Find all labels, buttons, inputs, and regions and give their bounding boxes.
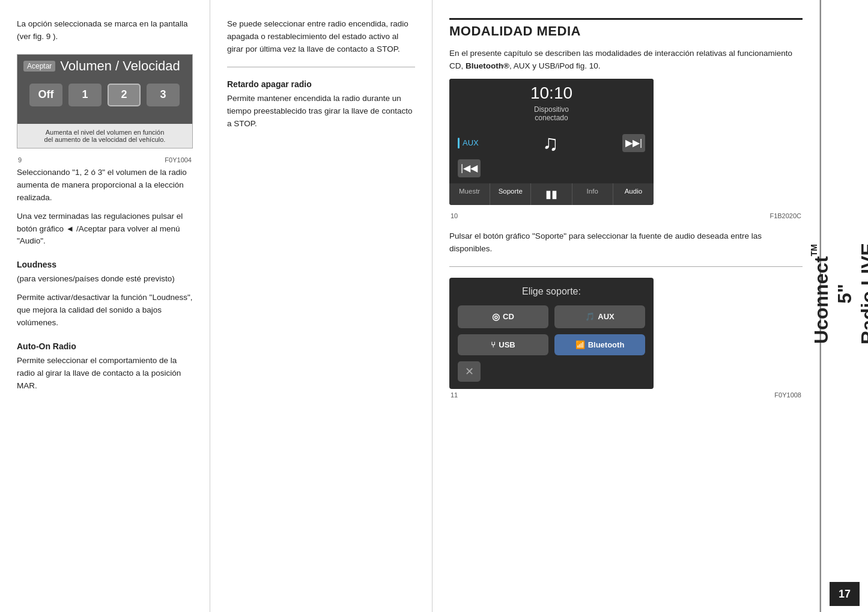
muestra-btn[interactable]: Muestr <box>449 183 490 205</box>
fig9-num: 9 <box>18 156 22 164</box>
loudness-body: Permite activar/desactivar la función "L… <box>17 292 193 329</box>
fig11-num: 11 <box>451 391 458 399</box>
loudness-sub: (para versiones/países donde esté previs… <box>17 273 193 286</box>
column-3: MODALIDAD MEDIA En el presente capítulo … <box>432 0 820 612</box>
cd-btn[interactable]: ◎ CD <box>458 305 548 328</box>
speed-buttons: Off 1 2 3 <box>29 84 180 106</box>
retardo-body: Permite mantener encendida la radio dura… <box>227 93 415 130</box>
auto-on-heading: Auto-On Radio <box>17 341 193 351</box>
info-btn[interactable]: Info <box>572 183 613 205</box>
usb-btn[interactable]: ⑂ USB <box>458 334 548 355</box>
aux-label: AUX <box>458 138 479 148</box>
radio-screen-fig10: 10:10 Dispositivo conectado AUX ♫ ▶▶| |◀… <box>449 79 654 205</box>
col1-intro: La opción seleccionada se marca en la pa… <box>17 18 193 43</box>
aux-icon: 🎵 <box>585 312 595 321</box>
bluetooth-btn[interactable]: 📶 Bluetooth <box>554 334 645 355</box>
sidebar-5inch: 5" <box>834 284 855 304</box>
soporte-btn[interactable]: Soporte <box>490 183 531 205</box>
fig11-code: F0Y1008 <box>774 391 801 399</box>
radio-nav-row: |◀◀ <box>449 159 654 183</box>
fig10-footer: 10 F1B2020C <box>449 210 803 222</box>
pause-btn[interactable]: ▮▮ <box>531 183 572 205</box>
fig9-code: F0Y1004 <box>165 156 192 164</box>
section-title: MODALIDAD MEDIA <box>449 18 803 39</box>
radio-device: Dispositivo conectado <box>449 104 654 127</box>
column-2: Se puede seleccionar entre radio encendi… <box>210 0 432 612</box>
sidebar-title: UconnectTM 5" Radio LIVE <box>810 6 868 582</box>
right-sidebar: UconnectTM 5" Radio LIVE 17 <box>820 0 868 612</box>
speed-off[interactable]: Off <box>29 84 62 106</box>
speed-2[interactable]: 2 <box>108 84 141 106</box>
pause-icon: ▮▮ <box>545 188 557 201</box>
sidebar-radio-live: Radio LIVE <box>858 243 868 345</box>
support-buttons-row2: ⑂ USB 📶 Bluetooth <box>458 334 645 355</box>
support-buttons-usb-bt: ⑂ USB 📶 Bluetooth <box>458 334 645 355</box>
aux-bar <box>458 138 460 148</box>
fig11-footer: 11 F0Y1008 <box>449 389 803 401</box>
col3-divider <box>449 266 803 267</box>
skip-forward-btn[interactable]: ▶▶| <box>622 134 645 152</box>
sidebar-uconnect: UconnectTM <box>810 244 832 344</box>
col2-body1: Se puede seleccionar entre radio encendi… <box>227 18 415 56</box>
fig10-num: 10 <box>451 212 458 219</box>
music-note-icon: ♫ <box>485 130 616 156</box>
cancel-btn[interactable]: ✕ <box>458 361 481 382</box>
col1-body2: Una vez terminadas las regulaciones puls… <box>17 210 193 248</box>
page-number: 17 <box>830 582 860 606</box>
radio-mid: AUX ♫ ▶▶| <box>449 127 654 159</box>
cd-icon: ◎ <box>492 311 500 322</box>
col3-intro: En el presente capítulo se describen las… <box>449 47 803 73</box>
audio-btn[interactable]: Audio <box>613 183 654 205</box>
fig10-code: F1B2020C <box>769 212 801 219</box>
speed-1[interactable]: 1 <box>68 84 102 106</box>
aux-btn[interactable]: 🎵 AUX <box>554 305 645 328</box>
usb-icon: ⑂ <box>491 340 496 349</box>
loudness-heading: Loudness <box>17 260 193 269</box>
fig9-title: Volumen / Velocidad <box>60 58 180 74</box>
radio-time: 10:10 <box>449 79 654 104</box>
cancel-row: ✕ <box>458 361 645 382</box>
speed-3[interactable]: 3 <box>147 84 180 106</box>
auto-on-body: Permite seleccionar el comportamiento de… <box>17 355 193 393</box>
fig9-header: Aceptar Volumen / Velocidad <box>17 55 192 78</box>
support-screen-fig11: Elige soporte: ◎ CD 🎵 AUX ⑂ USB <box>449 278 654 389</box>
fig9-description: Aumenta el nivel del volumen en funciónd… <box>17 124 192 148</box>
col1-body1: Seleccionando "1, 2 ó 3" el volumen de l… <box>17 167 193 204</box>
radio-bottom-bar: Muestr Soporte ▮▮ Info Audio <box>449 183 654 205</box>
support-body: Pulsar el botón gráfico "Soporte" para s… <box>449 230 803 256</box>
bluetooth-icon: 📶 <box>575 340 585 349</box>
retardo-heading: Retardo apagar radio <box>227 79 415 89</box>
support-buttons-row1: ◎ CD 🎵 AUX <box>458 305 645 328</box>
fig9-footer: 9 F0Y1004 <box>17 153 193 167</box>
col2-divider <box>227 67 415 67</box>
column-1: La opción seleccionada se marca en la pa… <box>0 0 210 612</box>
accept-badge: Aceptar <box>23 61 55 72</box>
figure-9-box: Aceptar Volumen / Velocidad Off 1 2 3 Au… <box>17 54 193 148</box>
skip-back-btn[interactable]: |◀◀ <box>458 159 481 177</box>
support-title: Elige soporte: <box>458 286 645 297</box>
fig9-body: Off 1 2 3 <box>17 78 192 124</box>
main-content: La opción seleccionada se marca en la pa… <box>0 0 868 612</box>
